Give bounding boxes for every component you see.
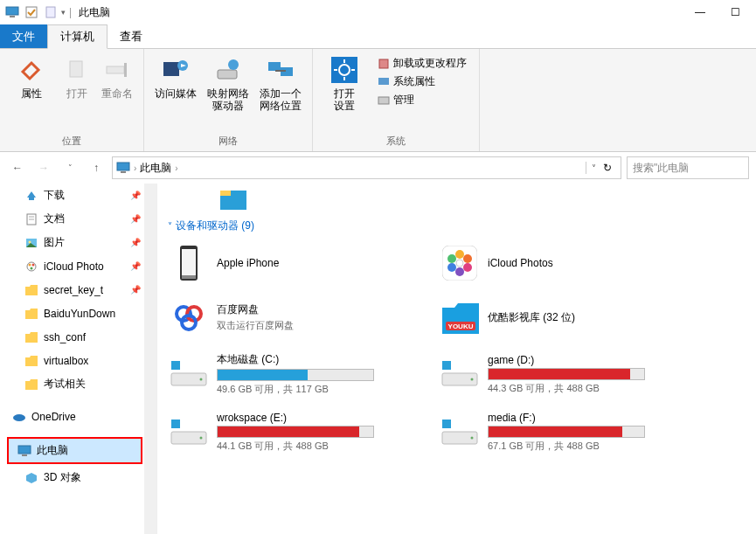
group-header-devices[interactable]: ˅ 设备和驱动器 (9) xyxy=(168,218,746,233)
folder-icon xyxy=(24,283,38,297)
thispc-icon[interactable] xyxy=(3,3,21,21)
drive-tile[interactable]: media (F:)67.1 GB 可用，共 488 GB xyxy=(439,410,710,454)
tab-computer[interactable]: 计算机 xyxy=(47,24,108,49)
svg-rect-38 xyxy=(220,191,231,196)
device-tile[interactable]: iCloud Photos xyxy=(439,242,710,284)
rename-button[interactable]: 重命名 xyxy=(98,52,136,100)
chevron-right-icon[interactable]: › xyxy=(175,163,177,173)
sidebar-item-label: 下载 xyxy=(44,188,65,203)
drive-tile[interactable]: 本地磁盘 (C:)49.6 GB 可用，共 117 GB xyxy=(168,350,439,398)
up-button[interactable]: ↑ xyxy=(86,157,107,178)
chevron-right-icon[interactable]: › xyxy=(134,163,136,173)
drive-free-text: 44.1 GB 可用，共 488 GB xyxy=(217,440,437,453)
svg-rect-4 xyxy=(70,61,82,77)
access-media-button[interactable]: 访问媒体 xyxy=(151,52,200,100)
sidebar-scrollbar[interactable] xyxy=(144,184,156,534)
sidebar-item[interactable]: 考试相关 xyxy=(0,372,156,396)
svg-rect-2 xyxy=(26,7,37,17)
properties-button[interactable]: 属性 xyxy=(7,52,56,100)
folder-icon xyxy=(24,307,38,321)
svg-point-44 xyxy=(455,250,464,259)
system-properties-button[interactable]: 系统属性 xyxy=(378,74,467,89)
uninstall-programs-button[interactable]: 卸载或更改程序 xyxy=(378,56,467,71)
sidebar-item-onedrive[interactable]: OneDrive xyxy=(0,405,156,428)
breadcrumb[interactable]: 此电脑 xyxy=(140,161,171,176)
drive-name: wrokspace (E:) xyxy=(217,412,437,424)
sidebar-item[interactable]: 文档📌 xyxy=(0,207,156,231)
ribbon-group-system: 打开 设置 卸载或更改程序 系统属性 管理 系统 xyxy=(313,49,480,151)
sidebar-item[interactable]: 下载📌 xyxy=(0,184,156,207)
back-button[interactable]: ← xyxy=(7,157,28,178)
svg-rect-24 xyxy=(29,198,34,200)
drive-usage-bar xyxy=(488,368,645,380)
folder-icon[interactable] xyxy=(220,191,246,210)
sidebar-item[interactable]: ssh_conf xyxy=(0,325,156,349)
document-icon[interactable] xyxy=(42,3,59,21)
drive-tile[interactable]: wrokspace (E:)44.1 GB 可用，共 488 GB xyxy=(168,410,439,454)
svg-point-31 xyxy=(29,263,31,266)
iphone-icon xyxy=(170,244,208,282)
3dobjects-icon xyxy=(24,471,38,485)
open-button[interactable]: 打开 xyxy=(59,52,94,100)
refresh-button[interactable]: ↻ xyxy=(603,162,612,174)
svg-rect-61 xyxy=(451,361,454,370)
open-settings-button[interactable]: 打开 设置 xyxy=(320,52,369,112)
maximize-button[interactable]: ☐ xyxy=(718,0,753,24)
sidebar-item[interactable]: iCloud Photo📌 xyxy=(0,254,156,278)
checkbox-icon[interactable] xyxy=(23,3,40,21)
title-bar: ▾ | 此电脑 — ☐ xyxy=(0,0,756,24)
manage-button[interactable]: 管理 xyxy=(378,93,467,107)
svg-point-10 xyxy=(228,59,239,70)
forward-button[interactable]: → xyxy=(33,157,54,178)
drive-name: media (F:) xyxy=(488,412,708,424)
sidebar-item-label: 图片 xyxy=(44,235,65,250)
address-bar[interactable]: › 此电脑 › ˅ ↻ xyxy=(112,156,621,179)
baidu-icon xyxy=(170,298,208,336)
sidebar-item[interactable]: virtualbox xyxy=(0,349,156,372)
drive-name: game (D:) xyxy=(488,354,708,366)
tab-view[interactable]: 查看 xyxy=(108,24,155,48)
svg-point-34 xyxy=(13,414,25,421)
quick-access-toolbar: ▾ xyxy=(3,3,66,21)
svg-rect-40 xyxy=(182,249,196,275)
sidebar-item[interactable]: BaiduYunDown xyxy=(0,302,156,325)
ribbon-group-network: 访问媒体 映射网络 驱动器 添加一个 网络位置 网络 xyxy=(144,49,313,151)
drive-icon xyxy=(170,355,208,393)
search-input[interactable]: 搜索"此电脑 xyxy=(627,156,749,179)
sidebar-item[interactable]: 图片📌 xyxy=(0,231,156,254)
drive-tile[interactable]: game (D:)44.3 GB 可用，共 488 GB xyxy=(439,350,710,398)
youku-icon: YOUKU xyxy=(440,298,479,336)
dropdown-caret-icon[interactable]: ▾ xyxy=(61,8,66,17)
folder-icon xyxy=(24,212,38,226)
folder-icon xyxy=(24,354,38,368)
device-tile[interactable]: YOUKU优酷影视库 (32 位) xyxy=(439,296,710,338)
device-name: iCloud Photos xyxy=(488,257,708,269)
svg-rect-23 xyxy=(121,171,126,173)
svg-rect-3 xyxy=(46,7,55,17)
minimize-button[interactable]: — xyxy=(683,0,718,24)
sidebar-item-label: 文档 xyxy=(44,212,65,226)
svg-text:YOUKU: YOUKU xyxy=(448,322,474,330)
chevron-down-icon: ˅ xyxy=(168,221,172,231)
device-tile[interactable]: 百度网盘双击运行百度网盘 xyxy=(168,296,439,338)
sidebar-item-3dobjects[interactable]: 3D 对象 xyxy=(0,466,156,489)
svg-point-43 xyxy=(456,260,463,267)
svg-rect-60 xyxy=(442,361,451,370)
dropdown-icon[interactable]: ˅ xyxy=(592,163,596,173)
onedrive-icon xyxy=(12,410,26,424)
navigation-pane: 下载📌文档📌图片📌iCloud Photo📌secret_key_t📌Baidu… xyxy=(0,184,157,534)
tab-file[interactable]: 文件 xyxy=(0,24,47,48)
svg-rect-11 xyxy=(268,62,281,71)
add-network-location-button[interactable]: 添加一个 网络位置 xyxy=(256,52,305,112)
sidebar-item[interactable]: secret_key_t📌 xyxy=(0,278,156,302)
map-drive-button[interactable]: 映射网络 驱动器 xyxy=(204,52,253,112)
sidebar-item-thispc[interactable]: 此电脑 xyxy=(9,439,141,462)
device-tile[interactable]: Apple iPhone xyxy=(168,242,439,284)
folder-icon xyxy=(24,330,38,344)
ribbon-tabs: 文件 计算机 查看 xyxy=(0,24,756,49)
svg-rect-64 xyxy=(171,420,180,428)
svg-point-70 xyxy=(471,436,474,439)
sidebar-item-label: 考试相关 xyxy=(44,377,86,392)
svg-point-45 xyxy=(463,254,472,263)
recent-dropdown[interactable]: ˅ xyxy=(59,157,80,178)
